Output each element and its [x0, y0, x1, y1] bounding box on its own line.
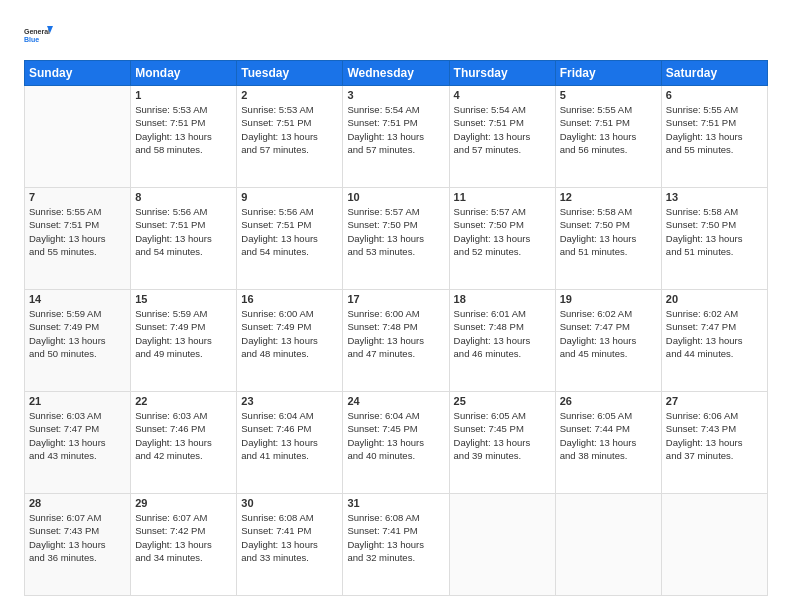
calendar-cell: 15Sunrise: 5:59 AM Sunset: 7:49 PM Dayli… [131, 290, 237, 392]
calendar-cell: 20Sunrise: 6:02 AM Sunset: 7:47 PM Dayli… [661, 290, 767, 392]
calendar-cell: 11Sunrise: 5:57 AM Sunset: 7:50 PM Dayli… [449, 188, 555, 290]
day-number: 14 [29, 293, 126, 305]
calendar-cell: 29Sunrise: 6:07 AM Sunset: 7:42 PM Dayli… [131, 494, 237, 596]
day-number: 22 [135, 395, 232, 407]
day-number: 16 [241, 293, 338, 305]
calendar-cell: 27Sunrise: 6:06 AM Sunset: 7:43 PM Dayli… [661, 392, 767, 494]
day-number: 29 [135, 497, 232, 509]
calendar-cell: 12Sunrise: 5:58 AM Sunset: 7:50 PM Dayli… [555, 188, 661, 290]
calendar-cell: 10Sunrise: 5:57 AM Sunset: 7:50 PM Dayli… [343, 188, 449, 290]
calendar-week-row: 7Sunrise: 5:55 AM Sunset: 7:51 PM Daylig… [25, 188, 768, 290]
day-info: Sunrise: 5:57 AM Sunset: 7:50 PM Dayligh… [347, 205, 444, 258]
day-number: 1 [135, 89, 232, 101]
day-info: Sunrise: 6:08 AM Sunset: 7:41 PM Dayligh… [347, 511, 444, 564]
calendar-cell [449, 494, 555, 596]
day-info: Sunrise: 5:59 AM Sunset: 7:49 PM Dayligh… [135, 307, 232, 360]
day-number: 26 [560, 395, 657, 407]
calendar-cell: 24Sunrise: 6:04 AM Sunset: 7:45 PM Dayli… [343, 392, 449, 494]
day-info: Sunrise: 5:54 AM Sunset: 7:51 PM Dayligh… [347, 103, 444, 156]
calendar-week-row: 21Sunrise: 6:03 AM Sunset: 7:47 PM Dayli… [25, 392, 768, 494]
day-number: 23 [241, 395, 338, 407]
day-number: 5 [560, 89, 657, 101]
calendar-cell: 22Sunrise: 6:03 AM Sunset: 7:46 PM Dayli… [131, 392, 237, 494]
day-info: Sunrise: 5:58 AM Sunset: 7:50 PM Dayligh… [560, 205, 657, 258]
day-number: 12 [560, 191, 657, 203]
day-number: 3 [347, 89, 444, 101]
day-number: 17 [347, 293, 444, 305]
day-number: 15 [135, 293, 232, 305]
day-info: Sunrise: 6:05 AM Sunset: 7:45 PM Dayligh… [454, 409, 551, 462]
calendar-cell: 30Sunrise: 6:08 AM Sunset: 7:41 PM Dayli… [237, 494, 343, 596]
logo: GeneralBlue [24, 20, 54, 50]
calendar-cell [555, 494, 661, 596]
calendar-day-header: Monday [131, 61, 237, 86]
day-number: 25 [454, 395, 551, 407]
calendar-week-row: 1Sunrise: 5:53 AM Sunset: 7:51 PM Daylig… [25, 86, 768, 188]
calendar-cell: 13Sunrise: 5:58 AM Sunset: 7:50 PM Dayli… [661, 188, 767, 290]
day-info: Sunrise: 5:58 AM Sunset: 7:50 PM Dayligh… [666, 205, 763, 258]
day-info: Sunrise: 6:03 AM Sunset: 7:46 PM Dayligh… [135, 409, 232, 462]
day-number: 4 [454, 89, 551, 101]
day-info: Sunrise: 6:06 AM Sunset: 7:43 PM Dayligh… [666, 409, 763, 462]
calendar-cell: 18Sunrise: 6:01 AM Sunset: 7:48 PM Dayli… [449, 290, 555, 392]
day-number: 19 [560, 293, 657, 305]
day-info: Sunrise: 6:02 AM Sunset: 7:47 PM Dayligh… [666, 307, 763, 360]
day-number: 8 [135, 191, 232, 203]
calendar-day-header: Wednesday [343, 61, 449, 86]
day-info: Sunrise: 5:56 AM Sunset: 7:51 PM Dayligh… [241, 205, 338, 258]
day-info: Sunrise: 6:07 AM Sunset: 7:42 PM Dayligh… [135, 511, 232, 564]
day-info: Sunrise: 5:53 AM Sunset: 7:51 PM Dayligh… [135, 103, 232, 156]
svg-text:Blue: Blue [24, 36, 39, 43]
day-info: Sunrise: 6:04 AM Sunset: 7:46 PM Dayligh… [241, 409, 338, 462]
calendar-table: SundayMondayTuesdayWednesdayThursdayFrid… [24, 60, 768, 596]
day-info: Sunrise: 5:53 AM Sunset: 7:51 PM Dayligh… [241, 103, 338, 156]
calendar-cell: 6Sunrise: 5:55 AM Sunset: 7:51 PM Daylig… [661, 86, 767, 188]
day-info: Sunrise: 6:02 AM Sunset: 7:47 PM Dayligh… [560, 307, 657, 360]
day-number: 6 [666, 89, 763, 101]
calendar-cell: 2Sunrise: 5:53 AM Sunset: 7:51 PM Daylig… [237, 86, 343, 188]
calendar-cell: 16Sunrise: 6:00 AM Sunset: 7:49 PM Dayli… [237, 290, 343, 392]
calendar-cell: 3Sunrise: 5:54 AM Sunset: 7:51 PM Daylig… [343, 86, 449, 188]
calendar-cell: 21Sunrise: 6:03 AM Sunset: 7:47 PM Dayli… [25, 392, 131, 494]
header: GeneralBlue [24, 20, 768, 50]
calendar-cell [661, 494, 767, 596]
day-info: Sunrise: 6:00 AM Sunset: 7:48 PM Dayligh… [347, 307, 444, 360]
day-info: Sunrise: 5:56 AM Sunset: 7:51 PM Dayligh… [135, 205, 232, 258]
calendar-week-row: 14Sunrise: 5:59 AM Sunset: 7:49 PM Dayli… [25, 290, 768, 392]
day-number: 24 [347, 395, 444, 407]
calendar-day-header: Friday [555, 61, 661, 86]
logo-icon: GeneralBlue [24, 20, 54, 50]
calendar-day-header: Saturday [661, 61, 767, 86]
calendar-cell: 14Sunrise: 5:59 AM Sunset: 7:49 PM Dayli… [25, 290, 131, 392]
day-number: 30 [241, 497, 338, 509]
day-info: Sunrise: 6:08 AM Sunset: 7:41 PM Dayligh… [241, 511, 338, 564]
day-info: Sunrise: 6:04 AM Sunset: 7:45 PM Dayligh… [347, 409, 444, 462]
calendar-cell: 19Sunrise: 6:02 AM Sunset: 7:47 PM Dayli… [555, 290, 661, 392]
calendar-cell: 8Sunrise: 5:56 AM Sunset: 7:51 PM Daylig… [131, 188, 237, 290]
calendar-cell: 5Sunrise: 5:55 AM Sunset: 7:51 PM Daylig… [555, 86, 661, 188]
calendar-cell: 17Sunrise: 6:00 AM Sunset: 7:48 PM Dayli… [343, 290, 449, 392]
day-number: 9 [241, 191, 338, 203]
svg-text:General: General [24, 28, 50, 35]
calendar-cell: 7Sunrise: 5:55 AM Sunset: 7:51 PM Daylig… [25, 188, 131, 290]
calendar-day-header: Tuesday [237, 61, 343, 86]
day-number: 21 [29, 395, 126, 407]
day-info: Sunrise: 6:00 AM Sunset: 7:49 PM Dayligh… [241, 307, 338, 360]
day-info: Sunrise: 6:03 AM Sunset: 7:47 PM Dayligh… [29, 409, 126, 462]
calendar-week-row: 28Sunrise: 6:07 AM Sunset: 7:43 PM Dayli… [25, 494, 768, 596]
day-number: 7 [29, 191, 126, 203]
day-number: 13 [666, 191, 763, 203]
calendar-cell: 28Sunrise: 6:07 AM Sunset: 7:43 PM Dayli… [25, 494, 131, 596]
calendar-day-header: Thursday [449, 61, 555, 86]
page: GeneralBlue SundayMondayTuesdayWednesday… [0, 0, 792, 612]
day-number: 10 [347, 191, 444, 203]
day-number: 18 [454, 293, 551, 305]
calendar-cell: 25Sunrise: 6:05 AM Sunset: 7:45 PM Dayli… [449, 392, 555, 494]
calendar-cell: 26Sunrise: 6:05 AM Sunset: 7:44 PM Dayli… [555, 392, 661, 494]
calendar-cell: 4Sunrise: 5:54 AM Sunset: 7:51 PM Daylig… [449, 86, 555, 188]
calendar-cell: 31Sunrise: 6:08 AM Sunset: 7:41 PM Dayli… [343, 494, 449, 596]
calendar-day-header: Sunday [25, 61, 131, 86]
calendar-cell [25, 86, 131, 188]
day-number: 27 [666, 395, 763, 407]
day-info: Sunrise: 5:54 AM Sunset: 7:51 PM Dayligh… [454, 103, 551, 156]
